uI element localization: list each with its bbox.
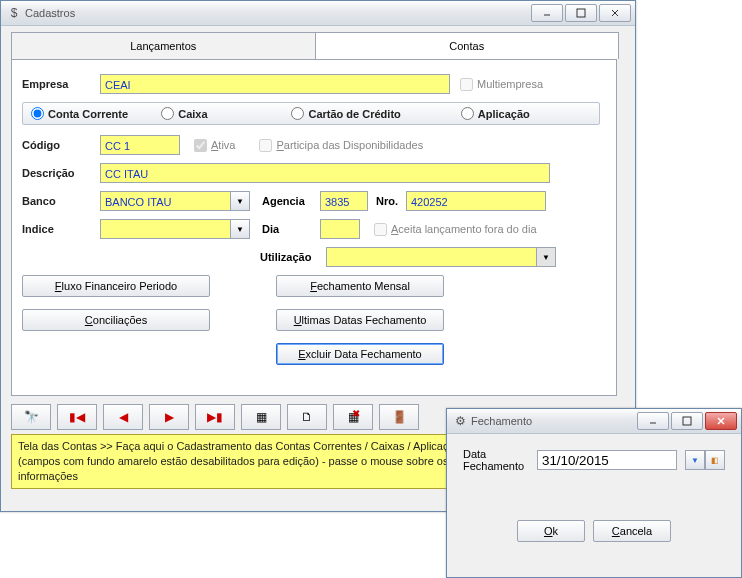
binoculars-icon: 🔭	[24, 410, 39, 424]
label-dia: Dia	[262, 223, 320, 235]
last-icon: ▶▮	[207, 410, 223, 424]
chk-aceita[interactable]: Aceita lançamento fora do dia	[374, 223, 537, 236]
app-icon: $	[7, 6, 21, 20]
row-indice: Indice ▼ Dia Aceita lançamento fora do d…	[22, 219, 606, 239]
row-codigo: Código CC 1 Ativa Participa das Disponib…	[22, 135, 606, 155]
main-titlebar: $ Cadastros	[1, 1, 635, 26]
prev-icon: ◀	[119, 410, 128, 424]
dialog-minimize-button[interactable]	[637, 412, 669, 430]
dialog-maximize-button[interactable]	[671, 412, 703, 430]
input-data-fechamento[interactable]	[537, 450, 677, 470]
date-calendar-button[interactable]: ◧	[705, 450, 725, 470]
close-button[interactable]	[599, 4, 631, 22]
radio-conta-corrente[interactable]: Conta Corrente	[31, 107, 161, 120]
radio-cartao[interactable]: Cartão de Crédito	[291, 107, 460, 120]
maximize-button[interactable]	[565, 4, 597, 22]
chk-multiempresa-box[interactable]	[460, 78, 473, 91]
nav-first[interactable]: ▮◀	[57, 404, 97, 430]
chk-ativa[interactable]: Ativa	[194, 139, 235, 152]
dialog-close-button[interactable]	[705, 412, 737, 430]
input-codigo[interactable]: CC 1	[100, 135, 180, 155]
btn-ok[interactable]: Ok	[517, 520, 585, 542]
btn-ultimas[interactable]: Ultimas Datas Fechamento	[276, 309, 444, 331]
chk-multiempresa[interactable]: Multiempresa	[460, 78, 543, 91]
radio-cartao-label: Cartão de Crédito	[308, 108, 400, 120]
nav-next[interactable]: ▶	[149, 404, 189, 430]
radio-conta-corrente-label: Conta Corrente	[48, 108, 128, 120]
account-type-strip: Conta Corrente Caixa Cartão de Crédito A…	[22, 102, 600, 125]
radio-caixa[interactable]: Caixa	[161, 107, 291, 120]
first-icon: ▮◀	[69, 410, 85, 424]
radio-caixa-label: Caixa	[178, 108, 207, 120]
nav-delete[interactable]: ▦✖	[333, 404, 373, 430]
svg-rect-1	[577, 9, 585, 17]
nav-grid[interactable]: ▦	[241, 404, 281, 430]
maximize-icon	[576, 8, 586, 18]
dialog-icon: ⚙	[453, 414, 467, 428]
dialog-buttons: Ok Cancela	[463, 520, 725, 542]
input-indice[interactable]	[100, 219, 230, 239]
date-dropdown-button[interactable]: ▼	[685, 450, 705, 470]
combo-indice[interactable]: ▼	[100, 219, 250, 239]
row-banco: Banco BANCO ITAU ▼ Agencia 3835 Nro. 420…	[22, 191, 606, 211]
btn-cancela[interactable]: Cancela	[593, 520, 671, 542]
input-banco[interactable]: BANCO ITAU	[100, 191, 230, 211]
input-empresa[interactable]: CEAI	[100, 74, 450, 94]
input-agencia[interactable]: 3835	[320, 191, 368, 211]
nav-new[interactable]: 🗋	[287, 404, 327, 430]
label-data-fechamento: Data Fechamento	[463, 448, 529, 472]
dialog-titlebar: ⚙ Fechamento	[447, 409, 741, 434]
chk-ativa-box[interactable]	[194, 139, 207, 152]
input-utilizacao[interactable]	[326, 247, 536, 267]
label-nro: Nro.	[376, 195, 406, 207]
radio-caixa-input[interactable]	[161, 107, 174, 120]
input-dia[interactable]	[320, 219, 360, 239]
close-icon	[716, 416, 726, 426]
maximize-icon	[682, 416, 692, 426]
nav-exit[interactable]: 🚪	[379, 404, 419, 430]
btn-fluxo[interactable]: Fluxo Financeiro Periodo	[22, 275, 210, 297]
radio-aplicacao-label: Aplicação	[478, 108, 530, 120]
input-descricao[interactable]: CC ITAU	[100, 163, 550, 183]
contas-panel: Empresa CEAI Multiempresa Conta Corrente…	[11, 59, 617, 396]
utilizacao-dropdown-icon[interactable]: ▼	[536, 247, 556, 267]
combo-utilizacao[interactable]: ▼	[326, 247, 556, 267]
label-banco: Banco	[22, 195, 100, 207]
chk-aceita-label: Aceita lançamento fora do dia	[391, 223, 537, 235]
nav-search[interactable]: 🔭	[11, 404, 51, 430]
chk-participa[interactable]: Participa das Disponibilidades	[259, 139, 423, 152]
btn-conciliacoes[interactable]: Conciliações	[22, 309, 210, 331]
radio-conta-corrente-input[interactable]	[31, 107, 44, 120]
btn-excluir[interactable]: Excluir Data Fechamento	[276, 343, 444, 365]
radio-cartao-input[interactable]	[291, 107, 304, 120]
radio-aplicacao-input[interactable]	[461, 107, 474, 120]
new-icon: 🗋	[301, 410, 313, 424]
btn-fechamento-mensal[interactable]: Fechamento Mensal	[276, 275, 444, 297]
delete-icon: ▦✖	[348, 410, 359, 424]
tab-contas[interactable]: Contas	[316, 33, 619, 59]
tab-lancamentos[interactable]: Lançamentos	[12, 33, 316, 59]
label-empresa: Empresa	[22, 78, 100, 90]
combo-banco[interactable]: BANCO ITAU ▼	[100, 191, 250, 211]
row-data-fechamento: Data Fechamento ▼ ◧	[463, 448, 725, 472]
dialog-title: Fechamento	[471, 415, 532, 427]
main-title: Cadastros	[25, 7, 75, 19]
next-icon: ▶	[165, 410, 174, 424]
label-agencia: Agencia	[262, 195, 320, 207]
chk-aceita-box[interactable]	[374, 223, 387, 236]
indice-dropdown-icon[interactable]: ▼	[230, 219, 250, 239]
chk-participa-label: Participa das Disponibilidades	[276, 139, 423, 151]
minimize-button[interactable]	[531, 4, 563, 22]
minimize-icon	[648, 416, 658, 426]
banco-dropdown-icon[interactable]: ▼	[230, 191, 250, 211]
chk-participa-box[interactable]	[259, 139, 272, 152]
label-utilizacao: Utilização	[260, 251, 326, 263]
nav-last[interactable]: ▶▮	[195, 404, 235, 430]
chk-multiempresa-label: Multiempresa	[477, 78, 543, 90]
exit-icon: 🚪	[392, 410, 407, 424]
nav-prev[interactable]: ◀	[103, 404, 143, 430]
radio-aplicacao[interactable]: Aplicação	[461, 107, 591, 120]
input-nro[interactable]: 420252	[406, 191, 546, 211]
grid-icon: ▦	[256, 410, 267, 424]
tabs: Lançamentos Contas	[11, 32, 619, 59]
